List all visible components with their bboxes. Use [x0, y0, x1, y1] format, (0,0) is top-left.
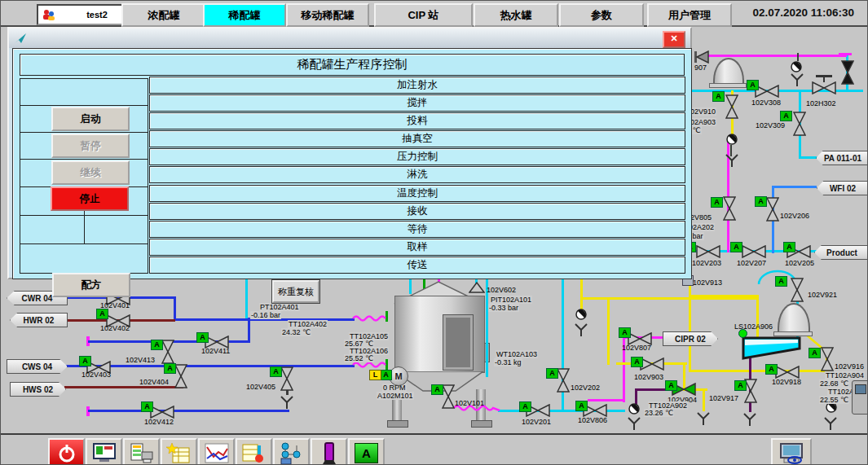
steam-trap-icon	[628, 402, 641, 415]
auto-mode-badge[interactable]: A	[431, 384, 443, 395]
dialog-button-启动[interactable]: 启动	[51, 107, 130, 131]
pid-valve[interactable]	[791, 278, 804, 302]
auto-mode-badge[interactable]: A	[747, 80, 759, 90]
trend-button[interactable]	[198, 438, 235, 465]
auto-mode-badge[interactable]: A	[755, 196, 767, 207]
auto-mode-badge[interactable]: A	[575, 401, 588, 411]
dialog-button-配方[interactable]: 配方	[52, 273, 130, 297]
weight-check-button[interactable]: 称重复核	[272, 280, 319, 303]
auto-mode-badge[interactable]: A	[665, 380, 677, 391]
auto-mode-badge[interactable]: A	[380, 370, 392, 380]
pid-valve[interactable]	[775, 366, 800, 379]
tab-CIP 站[interactable]: CIP 站	[374, 3, 473, 27]
auto-mode-badge[interactable]: A	[780, 111, 792, 121]
dialog-title: 稀配罐生产程序控制	[20, 54, 685, 76]
local-mode-badge[interactable]: L	[369, 370, 381, 380]
auto-mode-badge[interactable]: A	[151, 340, 163, 350]
pid-label: WT102A103	[496, 350, 538, 358]
program-step: 加注射水	[149, 77, 685, 94]
pid-label: -0.16 bar	[250, 311, 281, 319]
close-icon[interactable]: ✕	[663, 31, 685, 48]
auto-mode-badge[interactable]: A	[619, 327, 631, 338]
auto-mode-badge[interactable]: A	[734, 380, 747, 391]
line-tag-product[interactable]: Product	[814, 245, 868, 260]
dialog-button-继续[interactable]: 继续	[51, 160, 130, 185]
line-tag-hwr-02[interactable]: HWR 02	[10, 313, 68, 327]
pid-label: 102V916	[835, 362, 864, 371]
remote-view-button[interactable]	[771, 438, 812, 465]
pid-valve[interactable]	[742, 245, 766, 258]
new-table-button[interactable]	[161, 438, 197, 465]
pid-valve[interactable]	[174, 364, 187, 388]
power-button[interactable]	[48, 438, 85, 465]
auto-mode-badge[interactable]: A	[164, 363, 176, 374]
auto-mode-badge[interactable]: A	[631, 357, 643, 367]
tab-稀配罐[interactable]: 稀配罐	[203, 3, 286, 27]
auto-mode-badge[interactable]: A	[765, 364, 778, 375]
pid-label: 22.68 ℃	[819, 379, 849, 388]
tab-用户管理[interactable]: 用户管理	[647, 3, 732, 27]
pid-valve[interactable]	[725, 94, 738, 119]
auto-mode-badge[interactable]: A	[96, 309, 108, 319]
line-tag-cipr-02[interactable]: CIPR 02	[663, 331, 718, 346]
remote-view-icon	[778, 442, 805, 465]
tilted-vessel[interactable]	[738, 333, 808, 364]
pid-valve[interactable]	[793, 112, 806, 136]
users-icon	[42, 8, 56, 21]
pid-valve[interactable]	[696, 245, 720, 258]
tab-浓配罐[interactable]: 浓配罐	[121, 3, 206, 27]
auto-mode-badge[interactable]: A	[519, 401, 531, 412]
pid-label: TT102A402	[288, 320, 328, 328]
pid-valve[interactable]	[841, 60, 854, 85]
line-tag-pa-011-01[interactable]: PA 011-01	[816, 151, 868, 165]
dialog-titlebar[interactable]: ✕	[9, 29, 690, 48]
tab-热水罐[interactable]: 热水罐	[474, 3, 558, 27]
screens-button[interactable]	[86, 438, 122, 465]
pid-valve[interactable]	[280, 366, 293, 391]
dialog-button-暂停[interactable]: 暂停	[51, 134, 130, 158]
program-step: 接收	[149, 203, 685, 220]
trend-icon	[204, 442, 230, 465]
auto-mode-badge[interactable]: A	[783, 242, 795, 252]
pid-valve[interactable]	[640, 358, 664, 371]
temp-log-button[interactable]	[236, 438, 272, 465]
print-report-button[interactable]	[123, 438, 160, 465]
pid-valve[interactable]	[821, 347, 834, 371]
pid-valve[interactable]	[557, 368, 570, 393]
relief-valve[interactable]	[469, 282, 485, 293]
auto-mode-button[interactable]: A	[348, 438, 385, 465]
pid-valve[interactable]	[442, 384, 455, 409]
auto-mode-badge[interactable]: A	[711, 197, 723, 208]
drain-icon	[696, 412, 711, 426]
auto-mode-badge[interactable]: A	[775, 276, 787, 287]
pid-valve[interactable]	[723, 196, 736, 221]
auto-mode-badge[interactable]: A	[270, 366, 282, 377]
auto-mode-badge[interactable]: A	[79, 356, 91, 366]
tab-移动稀配罐[interactable]: 移动稀配罐	[286, 3, 369, 27]
dialog-button-停止[interactable]: 停止	[51, 186, 129, 211]
pid-valve[interactable]	[150, 406, 174, 419]
pid-valve[interactable]	[812, 81, 836, 94]
pid-label: 102V602	[487, 286, 516, 294]
pid-label: 102H302	[806, 99, 836, 107]
pid-valve-stem	[823, 77, 825, 82]
top-navigation-bar: test2 浓配罐稀配罐移动稀配罐CIP 站热水罐参数用户管理 02.07.20…	[1, 1, 868, 27]
pid-label: 24.32 ℃	[281, 328, 311, 336]
signal-column-icon	[316, 442, 342, 465]
pid-valve[interactable]	[766, 197, 779, 222]
signal-column-button[interactable]	[311, 438, 347, 465]
line-tag-cws-04[interactable]: CWS 04	[7, 359, 68, 374]
auto-mode-badge[interactable]: A	[809, 348, 821, 358]
auto-mode-badge[interactable]: A	[546, 368, 558, 379]
auto-mode-badge[interactable]: A	[196, 332, 209, 343]
auto-mode-badge[interactable]: A	[730, 242, 742, 252]
line-tag-wfi-02[interactable]: WFI 02	[817, 181, 868, 195]
dome-base	[773, 331, 813, 336]
auto-mode-badge[interactable]: A	[712, 91, 725, 102]
line-tag-hws-02[interactable]: HWS 02	[10, 382, 66, 397]
sfc-button[interactable]	[273, 438, 310, 465]
pid-valve[interactable]	[161, 340, 174, 364]
pid-label: 102V405	[246, 383, 275, 391]
auto-mode-badge[interactable]: A	[141, 401, 153, 412]
tab-参数[interactable]: 参数	[559, 3, 644, 27]
